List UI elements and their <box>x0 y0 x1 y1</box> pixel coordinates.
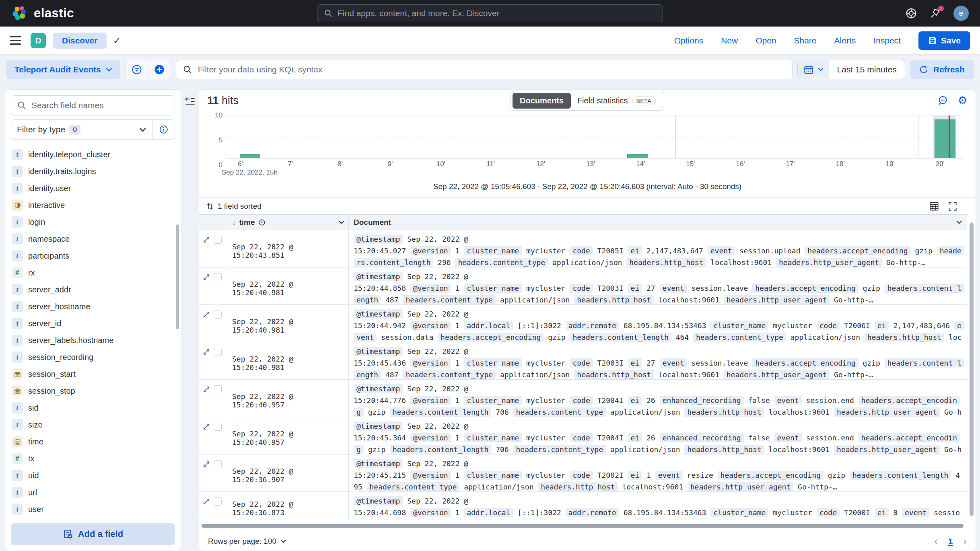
field-item-sid[interactable]: tsid <box>11 399 175 416</box>
column-header-document[interactable]: Document <box>349 215 967 230</box>
field-item-session_start[interactable]: session_start <box>11 366 175 382</box>
toolbar-link-new[interactable]: New <box>721 36 738 45</box>
toolbar-link-alerts[interactable]: Alerts <box>834 36 856 45</box>
rows-per-page-button[interactable]: Rows per page: 100 <box>208 537 286 546</box>
field-item-size[interactable]: tsize <box>11 416 175 433</box>
field-item-session_recording[interactable]: tsession_recording <box>11 349 175 366</box>
expand-document-icon[interactable] <box>202 385 210 393</box>
expand-document-icon[interactable] <box>202 310 210 319</box>
row-checkbox[interactable] <box>214 273 222 281</box>
time-range-value[interactable]: Last 15 minutes <box>829 65 905 74</box>
space-badge[interactable]: D <box>31 33 46 48</box>
expand-document-icon[interactable] <box>202 348 210 356</box>
tab-documents[interactable]: Documents <box>513 93 571 109</box>
histogram-bar[interactable] <box>240 154 260 158</box>
expand-document-icon[interactable] <box>202 460 210 468</box>
toolbar-link-share[interactable]: Share <box>794 36 817 45</box>
elastic-brand[interactable]: elastic <box>11 5 74 22</box>
collapse-sidebar-icon[interactable] <box>184 96 196 551</box>
field-item-session_stop[interactable]: session_stop <box>11 382 175 399</box>
page-number[interactable]: 1 <box>948 537 953 546</box>
chevron-down-icon <box>339 220 344 224</box>
boolean-field-icon <box>12 199 23 211</box>
histogram-plot[interactable] <box>226 115 963 159</box>
field-name: url <box>28 488 37 497</box>
expand-document-icon[interactable] <box>202 498 210 506</box>
sort-desc-icon: ↓ <box>232 218 236 227</box>
date-picker-button[interactable] <box>798 60 829 79</box>
info-icon[interactable] <box>152 120 175 139</box>
field-item-login[interactable]: tlogin <box>11 214 175 230</box>
field-value: 1 <box>455 471 459 479</box>
field-search-input[interactable]: Search field names <box>11 95 175 115</box>
field-item-server_hostname[interactable]: tserver_hostname <box>11 298 175 315</box>
field-item-identity.teleport_cluster[interactable]: tidentity.teleport_cluster <box>11 146 175 163</box>
field-item-rx[interactable]: #rx <box>11 264 175 281</box>
expand-document-icon[interactable] <box>202 236 210 244</box>
field-item-server_id[interactable]: tserver_id <box>11 315 175 332</box>
gear-icon[interactable]: ⚙ <box>958 95 968 106</box>
sort-fields-button[interactable]: 1 field sorted <box>206 202 261 211</box>
next-page-icon[interactable]: › <box>963 535 967 547</box>
field-value: gzip <box>368 445 385 454</box>
field-item-uid[interactable]: tuid <box>11 467 175 484</box>
save-button[interactable]: Save <box>918 31 970 50</box>
field-item-participants[interactable]: tparticipants <box>11 247 175 264</box>
field-value: application/json <box>610 408 680 416</box>
field-value: 0 <box>893 508 898 517</box>
sorted-label: 1 field sorted <box>218 202 261 211</box>
histogram-bar[interactable] <box>627 154 648 158</box>
field-item-user[interactable]: tuser <box>11 501 175 518</box>
kql-query-input[interactable]: Filter your data using KQL syntax <box>176 60 793 79</box>
avatar[interactable]: e <box>953 6 969 21</box>
field-item-namespace[interactable]: tnamespace <box>11 230 175 247</box>
toolbar-link-inspect[interactable]: Inspect <box>873 36 901 45</box>
row-checkbox[interactable] <box>214 310 222 319</box>
toolbar-link-options[interactable]: Options <box>674 36 703 45</box>
vertical-scrollbar[interactable] <box>970 222 974 516</box>
tab-field-statistics[interactable]: Field statistics BETA <box>571 93 662 109</box>
field-item-url[interactable]: turl <box>11 484 175 501</box>
fullscreen-icon[interactable] <box>947 201 958 212</box>
row-checkbox[interactable] <box>214 460 222 468</box>
data-view-selector[interactable]: Teleport Audit Events <box>6 60 120 79</box>
sidebar-scrollbar[interactable] <box>176 224 179 329</box>
field-item-server_labels.hostname[interactable]: tserver_labels.hostname <box>11 332 175 349</box>
row-checkbox[interactable] <box>214 348 222 356</box>
chart-options-icon[interactable] <box>938 95 949 107</box>
filter-by-type-button[interactable]: Filter by type 0 <box>11 125 152 135</box>
x-axis-tick: 9' <box>387 160 393 168</box>
field-key-pill: @timestamp <box>354 309 403 319</box>
previous-page-icon[interactable]: ‹ <box>934 535 938 547</box>
expand-document-icon[interactable] <box>202 273 210 281</box>
field-item-interactive[interactable]: interactive <box>11 197 175 214</box>
field-item-server_addr[interactable]: tserver_addr <box>11 281 175 298</box>
help-icon[interactable] <box>905 7 917 19</box>
expand-document-icon[interactable] <box>202 423 210 431</box>
checkmark-icon[interactable]: ✓ <box>113 35 121 46</box>
display-options-icon[interactable] <box>929 201 939 212</box>
add-filter-icon[interactable] <box>148 60 171 79</box>
breadcrumb-app[interactable]: Discover <box>53 33 107 49</box>
histogram-bar[interactable] <box>935 119 955 158</box>
add-field-button[interactable]: Add a field <box>11 523 175 545</box>
column-header-time[interactable]: ↓ time <box>228 215 349 230</box>
horizontal-scrollbar[interactable] <box>202 524 964 528</box>
field-value: false <box>748 396 770 405</box>
row-checkbox[interactable] <box>214 385 222 393</box>
row-checkbox[interactable] <box>214 423 222 431</box>
refresh-button[interactable]: Refresh <box>910 60 974 79</box>
toolbar-link-open[interactable]: Open <box>756 36 776 45</box>
field-item-time[interactable]: time <box>11 433 175 450</box>
field-item-tx[interactable]: #tx <box>11 450 175 467</box>
row-checkbox[interactable] <box>214 236 222 244</box>
menu-icon[interactable] <box>10 36 21 45</box>
news-feed-icon[interactable] <box>929 7 941 19</box>
global-search-input[interactable]: Find apps, content, and more. Ex: Discov… <box>317 4 663 22</box>
row-checkbox[interactable] <box>214 498 222 506</box>
field-item-identity.user[interactable]: tidentity.user <box>11 180 175 197</box>
field-value: T2006I <box>844 321 870 330</box>
field-item-identity.traits.logins[interactable]: tidentity.traits.logins <box>11 163 175 180</box>
saved-query-icon[interactable] <box>126 60 148 79</box>
beta-badge: BETA <box>632 97 656 105</box>
